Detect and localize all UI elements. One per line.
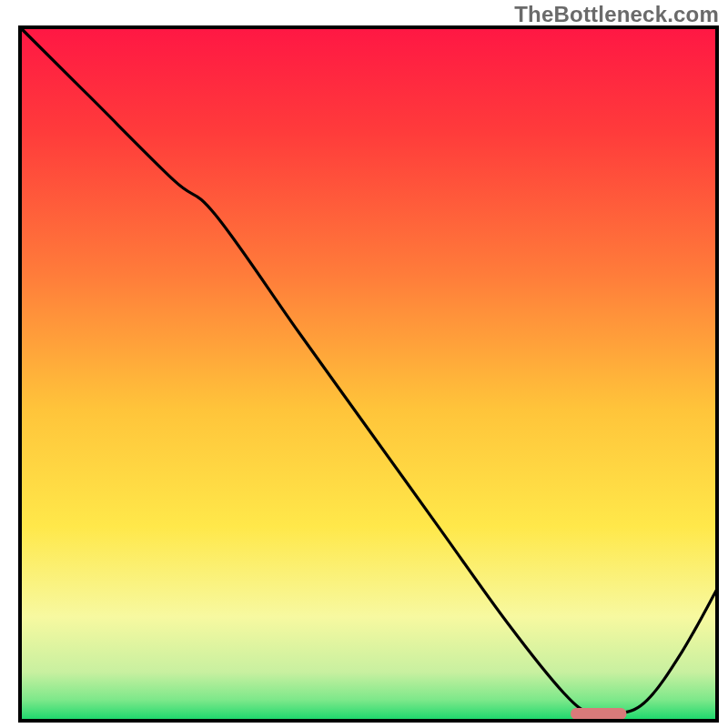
watermark-text: TheBottleneck.com [514,2,719,27]
plot-area [20,27,717,721]
chart-stage: TheBottleneck.com [0,0,728,728]
chart-svg [0,0,728,728]
optimal-marker [571,708,626,720]
